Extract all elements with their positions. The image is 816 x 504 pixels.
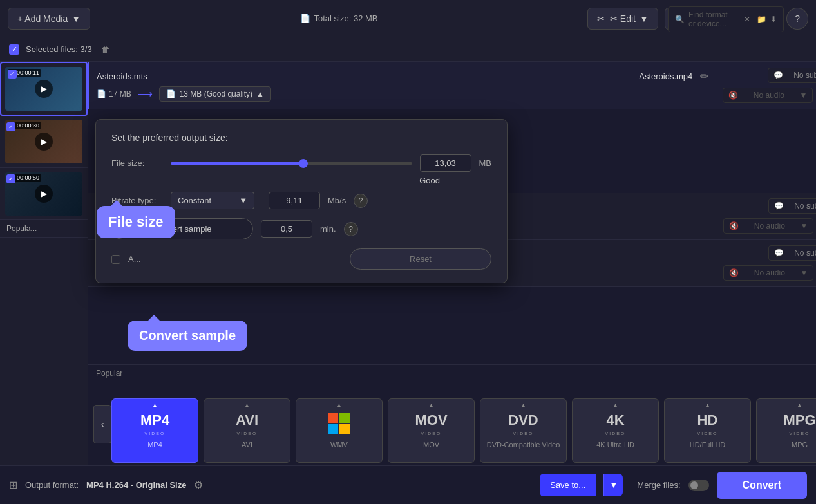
popup-title: Set the preferred output size: — [111, 133, 491, 143]
format-item-hd[interactable]: ▲ HD VIDEO HD/Full HD — [664, 398, 751, 463]
popup-bottom-row: A... Reset — [111, 248, 491, 270]
files-area: Asteroids.mts Asteroids.mp4 ✏ 📄 17 MB ⟶ — [88, 62, 816, 364]
file-row-1-bottom: 📄 17 MB ⟶ 📄 13 MB (Good quality) ▲ — [97, 86, 708, 102]
format-chevron-mpg: ▲ — [797, 402, 803, 409]
format-sub-mpg: VIDEO — [790, 431, 810, 436]
select-all-checkbox[interactable]: ✓ — [9, 44, 19, 55]
format-icon-mov: MOV — [415, 412, 447, 429]
format-prev-button[interactable]: ‹ — [93, 405, 111, 443]
bitrate-unit: Mb/s — [328, 196, 346, 205]
slider-thumb — [299, 159, 308, 168]
file-checkbox-2[interactable]: ✓ — [6, 122, 15, 131]
save-to-dropdown-button[interactable]: ▼ — [603, 474, 623, 496]
format-search-row: Popular 🔍 Find format or device... ✕ 📁 ⬇ — [88, 364, 816, 382]
format-items-list: ▲ MP4 VIDEO MP4 ▲ AVI VIDEO AVI ▲ — [111, 386, 816, 463]
reset-button[interactable]: Reset — [350, 248, 491, 270]
format-name-dvd: DVD-Compatible Video — [487, 441, 560, 449]
file-thumb-item-2[interactable]: ✓ ⏱ 00:00:30 ▶ — [0, 116, 88, 168]
file-thumb-item-1[interactable]: ✓ ⏱ 00:00:11 ▶ — [0, 62, 88, 116]
merge-files-toggle[interactable] — [688, 480, 709, 491]
subtitle-select-3[interactable]: 💬 No subtitles ▼ — [768, 245, 816, 261]
slider-fill — [171, 162, 303, 165]
file-row-1-content: Asteroids.mts Asteroids.mp4 ✏ 📄 17 MB ⟶ — [97, 70, 708, 102]
format-name-mov: MOV — [423, 441, 439, 449]
play-button-1[interactable]: ▶ — [35, 80, 53, 98]
audio-icon-3: 🔇 — [729, 268, 739, 277]
merge-files-label: Merge files: — [637, 480, 680, 490]
file-list-column: ✓ ⏱ 00:00:11 ▶ ✓ ⏱ 00:00:30 ▶ — [0, 62, 88, 465]
file-doc-icon-1: 📄 — [97, 89, 106, 98]
file-size-tooltip: File size — [97, 206, 175, 238]
format-item-wmv[interactable]: ▲ WMV — [296, 398, 383, 463]
right-column: Asteroids.mts Asteroids.mp4 ✏ 📄 17 MB ⟶ — [88, 62, 816, 465]
file-row-2-controls: 💬 No subtitles ▼ 🔇 No audio ▼ ✂ — [723, 198, 816, 234]
file-thumbnail-2: ⏱ 00:00:30 ▶ — [5, 120, 82, 163]
format-item-mp4[interactable]: ▲ MP4 VIDEO MP4 — [111, 398, 198, 463]
format-chevron-hd: ▲ — [705, 402, 711, 409]
file-row-1-controls: 💬 No subtitles ▼ 🔇 No audio ▼ ✂ — [723, 68, 816, 104]
audio-select-2[interactable]: 🔇 No audio ▼ — [723, 218, 813, 234]
play-button-3[interactable]: ▶ — [35, 185, 53, 203]
bitrate-value-input[interactable] — [269, 192, 320, 209]
format-name-4k: 4K Ultra HD — [596, 441, 634, 449]
format-chevron-dvd: ▲ — [520, 402, 527, 409]
subtitle-select-1[interactable]: 💬 No subtitles ▼ — [768, 68, 816, 83]
file-size-row: File size: MB — [111, 154, 491, 172]
format-item-4k[interactable]: ▲ 4K VIDEO 4K Ultra HD — [572, 398, 659, 463]
format-sub-hd: VIDEO — [697, 431, 718, 436]
min-input[interactable] — [261, 220, 312, 238]
file-size-unit: MB — [479, 158, 492, 168]
format-item-mpg[interactable]: ▲ MPG VIDEO MPG — [756, 398, 816, 463]
selected-files-bar: ✓ Selected files: 3/3 🗑 — [0, 37, 816, 62]
output-settings-button[interactable]: ⚙ — [194, 479, 203, 491]
edit-pencil-icon-1: ✏ — [700, 70, 708, 82]
edit-button[interactable]: ✂ ✂ Edit ▼ — [587, 8, 658, 30]
bitrate-help-button[interactable]: ? — [354, 194, 368, 208]
file-size-label: File size: — [111, 158, 163, 168]
file-checkbox-3[interactable]: ✓ — [6, 174, 15, 183]
play-button-2[interactable]: ▶ — [35, 133, 53, 151]
audio-edit-row-1: 🔇 No audio ▼ ✂ Edit — [723, 87, 816, 104]
save-to-button[interactable]: Save to... — [540, 474, 596, 496]
help-icon: ? — [795, 14, 800, 24]
file-checkbox-1[interactable]: ✓ — [8, 70, 17, 79]
subtitle-icon-1: 💬 — [773, 71, 783, 80]
file-size-1: 📄 17 MB — [97, 89, 131, 98]
file-size-slider[interactable] — [171, 162, 412, 165]
output-format-value: MP4 H.264 - Original Size — [86, 480, 186, 490]
output-size-popup: Set the preferred output size: File size… — [95, 119, 508, 283]
output-icon: ⊞ — [9, 479, 17, 491]
output-size-badge-1[interactable]: 📄 13 MB (Good quality) ▲ — [159, 86, 271, 102]
convert-sample-tooltip: Convert sample — [128, 321, 247, 351]
file-size-input[interactable] — [420, 154, 471, 172]
subtitle-icon-3: 💬 — [774, 248, 784, 257]
audio-chevron-1: ▼ — [799, 91, 807, 100]
file-icon: 📄 — [300, 14, 310, 23]
sample-help-button[interactable]: ? — [344, 222, 358, 236]
file-thumb-item-3[interactable]: ✓ ⏱ 00:00:50 ▶ — [0, 168, 88, 220]
file-row-3-controls: 💬 No subtitles ▼ 🔇 No audio ▼ ✂ — [723, 245, 816, 281]
windows-logo-icon — [328, 413, 351, 436]
bitrate-type-select[interactable]: Constant ▼ — [171, 192, 254, 209]
format-item-dvd[interactable]: ▲ DVD VIDEO DVD-Compatible Video — [480, 398, 567, 463]
total-size-display: 📄 Total size: 32 MB — [300, 14, 378, 23]
file-thumbnail-1: ⏱ 00:00:11 ▶ — [5, 67, 82, 111]
audio-select-1[interactable]: 🔇 No audio ▼ — [723, 88, 813, 103]
format-item-mov[interactable]: ▲ MOV VIDEO MOV — [388, 398, 475, 463]
delete-icon[interactable]: 🗑 — [101, 44, 110, 55]
audio-select-3[interactable]: 🔇 No audio ▼ — [723, 265, 813, 281]
format-sub-4k: VIDEO — [605, 431, 626, 436]
convert-button[interactable]: Convert — [717, 472, 807, 499]
add-media-button[interactable]: + Add Media ▼ — [8, 8, 90, 30]
format-item-avi[interactable]: ▲ AVI VIDEO AVI — [204, 398, 290, 463]
auto-checkbox[interactable] — [111, 255, 120, 264]
subtitle-icon-2: 💬 — [774, 201, 784, 210]
format-sub-avi: VIDEO — [237, 431, 258, 436]
audio-icon-2: 🔇 — [729, 221, 739, 230]
format-sub-dvd: VIDEO — [513, 431, 534, 436]
subtitle-select-2[interactable]: 💬 No subtitles ▼ — [768, 198, 816, 214]
dropdown-arrow-icon: ▼ — [71, 14, 81, 24]
format-icon-hd: HD — [697, 412, 718, 429]
popular-text: Popular — [96, 369, 122, 378]
help-button[interactable]: ? — [786, 8, 808, 30]
